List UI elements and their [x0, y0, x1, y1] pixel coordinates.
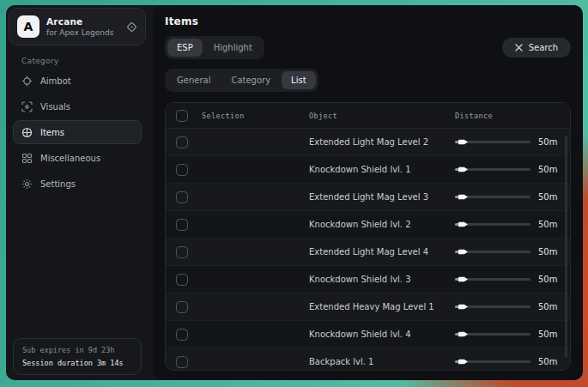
distance-slider[interactable] [455, 305, 530, 308]
app-window: A Arcane for Apex Legends Category Aimbo… [6, 5, 583, 380]
object-name: Extended Light Mag Level 4 [309, 247, 455, 257]
sidebar-item-settings[interactable]: Settings [13, 172, 142, 196]
sidebar: A Arcane for Apex Legends Category Aimbo… [6, 5, 149, 380]
object-name: Knockdown Shield lvl. 4 [309, 330, 455, 339]
distance-slider[interactable] [455, 278, 530, 281]
sidebar-item-label: Aimbot [40, 76, 71, 86]
sidebar-spacer [9, 196, 146, 338]
app-subtitle: for Apex Legends [46, 28, 119, 37]
sidebar-item-label: Miscellaneous [40, 154, 100, 163]
slider-thumb[interactable] [458, 304, 468, 311]
sidebar-item-aimbot[interactable]: Aimbot [13, 69, 142, 93]
toolbar-row: ESPHighlight Search [165, 36, 571, 59]
slider-thumb[interactable] [458, 331, 468, 338]
table-row: Extended Light Mag Level 2 50m [166, 129, 570, 156]
object-name: Backpack lvl. 1 [309, 357, 455, 366]
select-all-checkbox[interactable] [176, 110, 188, 122]
sidebar-item-visuals[interactable]: Visuals [13, 94, 142, 118]
mode-tabs: ESPHighlight [165, 36, 264, 59]
distance-value: 50m [538, 275, 557, 284]
slider-thumb[interactable] [458, 221, 468, 228]
row-checkbox[interactable] [176, 191, 188, 203]
search-button[interactable]: Search [502, 38, 571, 57]
page-title: Items [165, 15, 571, 27]
items-table: Selection Object Distance Color Extended… [165, 102, 571, 371]
search-label: Search [529, 43, 558, 52]
sidebar-item-items[interactable]: Items [13, 120, 142, 144]
sub-expires-text: Sub expires in 9d 23h [22, 346, 132, 354]
row-checkbox[interactable] [176, 329, 188, 341]
column-header-object: Object [309, 112, 455, 120]
tab-category[interactable]: Category [221, 71, 280, 89]
distance-value: 50m [538, 137, 557, 147]
row-checkbox[interactable] [176, 301, 188, 313]
table-body: Extended Light Mag Level 2 50m Knockdown… [166, 129, 570, 371]
distance-value: 50m [538, 302, 557, 311]
sidebar-item-label: Items [40, 128, 64, 137]
table-row: Knockdown Shield lvl. 4 50m [166, 321, 570, 348]
table-row: Knockdown Shield lvl. 1 50m [166, 156, 570, 184]
app-logo: A [17, 15, 39, 38]
select-all-cell [176, 110, 202, 122]
session-card: Sub expires in 9d 23h Session duration 3… [13, 338, 142, 375]
package-icon [21, 127, 33, 138]
grid-icon [21, 153, 33, 164]
distance-value: 50m [538, 165, 557, 174]
scrollbar[interactable] [565, 136, 567, 358]
slider-thumb[interactable] [458, 194, 468, 201]
sidebar-item-label: Visuals [40, 102, 70, 112]
app-name: Arcane [46, 16, 119, 27]
table-row: Knockdown Shield lvl. 3 50m [166, 266, 570, 293]
object-name: Knockdown Shield lvl. 1 [309, 165, 455, 174]
sidebar-item-label: Settings [40, 179, 76, 189]
sidebar-menu: Aimbot Visuals Items Miscellaneous Setti… [9, 69, 146, 196]
gear-icon [21, 178, 33, 190]
slider-thumb[interactable] [458, 359, 468, 366]
brand-text: Arcane for Apex Legends [46, 16, 119, 37]
tab-general[interactable]: General [167, 71, 220, 89]
tab-highlight[interactable]: Highlight [204, 39, 262, 57]
distance-value: 50m [538, 192, 557, 202]
tab-list[interactable]: List [282, 71, 315, 89]
object-name: Knockdown Shield lvl. 2 [309, 220, 455, 229]
table-row: Extended Heavy Mag Level 1 50m [166, 293, 570, 321]
distance-slider[interactable] [455, 333, 530, 336]
object-name: Extended Heavy Mag Level 1 [309, 302, 455, 311]
category-label: Category [21, 57, 146, 65]
brand-card: A Arcane for Apex Legends [9, 8, 146, 45]
slider-thumb[interactable] [458, 139, 468, 146]
column-header-distance: Distance [455, 112, 571, 120]
distance-value: 50m [538, 247, 557, 257]
session-duration-text: Session duration 3m 14s [22, 359, 132, 367]
sidebar-item-miscellaneous[interactable]: Miscellaneous [13, 146, 142, 170]
crosshair-icon [21, 76, 33, 87]
row-checkbox[interactable] [176, 274, 188, 286]
distance-value: 50m [538, 220, 557, 229]
table-row: Backpack lvl. 1 50m [166, 348, 570, 371]
view-tabs: GeneralCategoryList [165, 69, 318, 92]
scan-icon [21, 101, 33, 112]
distance-slider[interactable] [455, 223, 530, 226]
slider-thumb[interactable] [458, 249, 468, 256]
slider-thumb[interactable] [458, 276, 468, 283]
distance-slider[interactable] [455, 168, 530, 171]
row-checkbox[interactable] [176, 356, 188, 368]
object-name: Extended Light Mag Level 2 [309, 137, 455, 147]
x-icon [515, 44, 523, 51]
slider-thumb[interactable] [458, 166, 468, 173]
distance-slider[interactable] [455, 141, 530, 143]
compass-icon[interactable] [126, 21, 137, 33]
object-name: Extended Light Mag Level 3 [309, 192, 455, 202]
distance-slider[interactable] [455, 196, 530, 198]
tab-esp[interactable]: ESP [167, 39, 203, 57]
row-checkbox[interactable] [176, 136, 188, 148]
distance-slider[interactable] [455, 360, 530, 363]
column-header-selection: Selection [202, 112, 309, 120]
distance-slider[interactable] [455, 251, 530, 253]
row-checkbox[interactable] [176, 219, 188, 231]
row-checkbox[interactable] [176, 164, 188, 176]
distance-value: 50m [538, 357, 557, 366]
table-row: Extended Light Mag Level 4 50m [166, 239, 570, 266]
row-checkbox[interactable] [176, 246, 188, 258]
object-name: Knockdown Shield lvl. 3 [309, 275, 455, 284]
